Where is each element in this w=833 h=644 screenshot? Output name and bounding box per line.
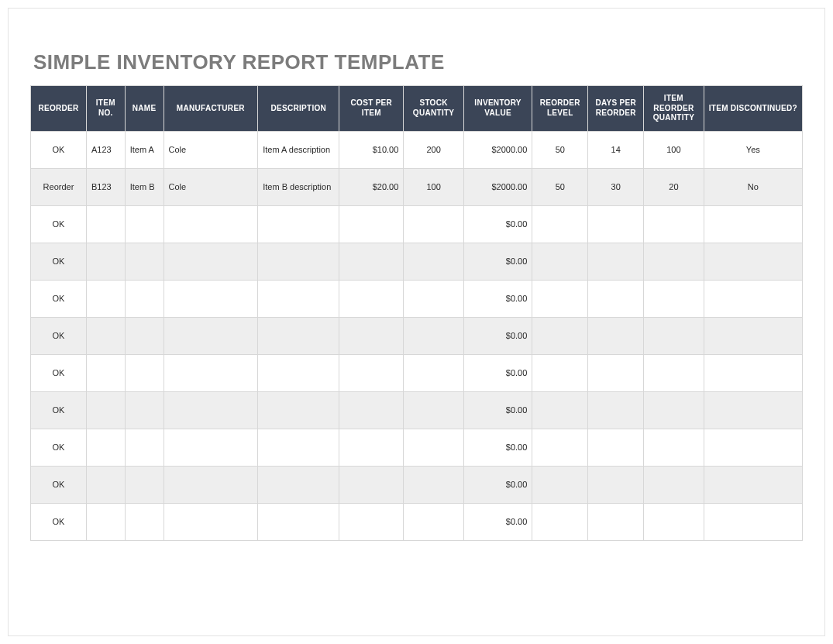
- cell-stock: [404, 429, 463, 466]
- cell-reorder-level: [532, 205, 588, 243]
- cell-manufacturer: Cole: [164, 168, 258, 205]
- cell-item-no: [86, 243, 125, 280]
- cell-days: [588, 503, 644, 540]
- cell-reorder-qty: [644, 354, 704, 391]
- table-row: OK$0.00: [31, 205, 803, 243]
- cell-days: [588, 280, 644, 317]
- cell-description: [258, 466, 339, 503]
- cell-manufacturer: [164, 317, 258, 354]
- col-header-cost: COST PER ITEM: [339, 86, 404, 132]
- table-row: OK$0.00: [31, 280, 803, 317]
- cell-item-no: [86, 429, 125, 466]
- cell-discontinued: [704, 391, 802, 429]
- col-header-reorder-level: REORDER LEVEL: [532, 86, 588, 132]
- cell-manufacturer: [164, 243, 258, 280]
- cell-manufacturer: [164, 429, 258, 466]
- col-header-manufacturer: MANUFACTURER: [164, 86, 258, 132]
- cell-cost: [339, 354, 404, 391]
- cell-inv-value: $0.00: [463, 243, 532, 280]
- cell-stock: [404, 466, 463, 503]
- cell-description: [258, 354, 339, 391]
- cell-inv-value: $0.00: [463, 205, 532, 243]
- cell-name: [125, 391, 164, 429]
- cell-reorder: OK: [31, 503, 87, 540]
- cell-cost: $10.00: [339, 131, 404, 168]
- cell-reorder: OK: [31, 429, 87, 466]
- col-header-stock: STOCK QUANTITY: [404, 86, 463, 132]
- table-row: ReorderB123Item BColeItem B description$…: [31, 168, 803, 205]
- col-header-reorder: REORDER: [31, 86, 87, 132]
- cell-description: [258, 205, 339, 243]
- cell-name: [125, 354, 164, 391]
- cell-description: [258, 503, 339, 540]
- cell-description: Item B description: [258, 168, 339, 205]
- col-header-discontinued: ITEM DISCONTINUED?: [704, 86, 802, 132]
- col-header-reorder-qty: ITEM REORDER QUANTITY: [644, 86, 704, 132]
- inventory-table: REORDER ITEM NO. NAME MANUFACTURER DESCR…: [30, 85, 803, 541]
- cell-reorder-level: [532, 503, 588, 540]
- cell-description: Item A description: [258, 131, 339, 168]
- page-title: SIMPLE INVENTORY REPORT TEMPLATE: [33, 50, 803, 74]
- cell-discontinued: [704, 466, 802, 503]
- cell-item-no: [86, 466, 125, 503]
- cell-reorder-level: [532, 354, 588, 391]
- cell-description: [258, 391, 339, 429]
- cell-manufacturer: Cole: [164, 131, 258, 168]
- col-header-name: NAME: [125, 86, 164, 132]
- cell-inv-value: $0.00: [463, 429, 532, 466]
- cell-days: [588, 317, 644, 354]
- document-sheet: SIMPLE INVENTORY REPORT TEMPLATE REORDER: [8, 8, 825, 636]
- cell-cost: [339, 243, 404, 280]
- cell-inv-value: $0.00: [463, 391, 532, 429]
- cell-cost: [339, 205, 404, 243]
- cell-reorder-level: 50: [532, 131, 588, 168]
- cell-reorder-qty: [644, 429, 704, 466]
- cell-reorder-level: [532, 280, 588, 317]
- cell-reorder: OK: [31, 317, 87, 354]
- table-row: OK$0.00: [31, 391, 803, 429]
- cell-reorder: OK: [31, 354, 87, 391]
- cell-reorder-level: [532, 391, 588, 429]
- cell-reorder-level: [532, 317, 588, 354]
- table-row: OK$0.00: [31, 429, 803, 466]
- cell-name: [125, 243, 164, 280]
- cell-reorder: Reorder: [31, 168, 87, 205]
- cell-inv-value: $0.00: [463, 354, 532, 391]
- cell-manufacturer: [164, 391, 258, 429]
- cell-cost: $20.00: [339, 168, 404, 205]
- cell-stock: [404, 317, 463, 354]
- cell-reorder: OK: [31, 466, 87, 503]
- cell-stock: [404, 280, 463, 317]
- table-row: OKA123Item AColeItem A description$10.00…: [31, 131, 803, 168]
- cell-inv-value: $0.00: [463, 317, 532, 354]
- cell-reorder: OK: [31, 205, 87, 243]
- cell-discontinued: Yes: [704, 131, 802, 168]
- cell-reorder-qty: [644, 317, 704, 354]
- cell-reorder-level: 50: [532, 168, 588, 205]
- cell-name: [125, 429, 164, 466]
- cell-reorder: OK: [31, 391, 87, 429]
- cell-manufacturer: [164, 354, 258, 391]
- col-header-inv-value: INVENTORY VALUE: [463, 86, 532, 132]
- cell-reorder-qty: [644, 205, 704, 243]
- cell-reorder-qty: 100: [644, 131, 704, 168]
- cell-description: [258, 280, 339, 317]
- cell-name: [125, 466, 164, 503]
- cell-item-no: [86, 205, 125, 243]
- table-row: OK$0.00: [31, 466, 803, 503]
- cell-manufacturer: [164, 280, 258, 317]
- table-header-row: REORDER ITEM NO. NAME MANUFACTURER DESCR…: [31, 86, 803, 132]
- cell-cost: [339, 317, 404, 354]
- cell-discontinued: [704, 280, 802, 317]
- cell-reorder-qty: [644, 503, 704, 540]
- cell-item-no: A123: [86, 131, 125, 168]
- cell-name: Item B: [125, 168, 164, 205]
- col-header-item-no: ITEM NO.: [86, 86, 125, 132]
- cell-reorder: OK: [31, 131, 87, 168]
- cell-days: [588, 391, 644, 429]
- cell-item-no: [86, 317, 125, 354]
- cell-stock: [404, 391, 463, 429]
- col-header-description: DESCRIPTION: [258, 86, 339, 132]
- cell-inv-value: $0.00: [463, 466, 532, 503]
- cell-inv-value: $2000.00: [463, 168, 532, 205]
